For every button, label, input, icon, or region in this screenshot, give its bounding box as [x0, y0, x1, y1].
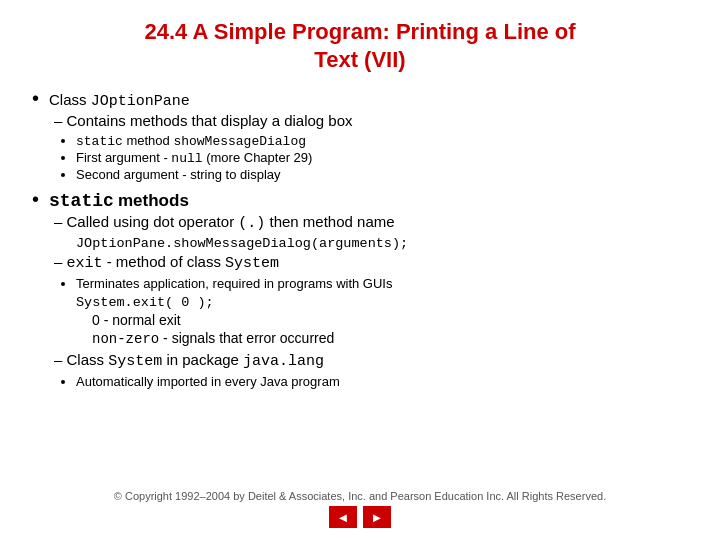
dash-system: – Class System in package java.lang: [54, 351, 688, 370]
auto-import-bullet: Automatically imported in every Java pro…: [76, 374, 688, 389]
contains-label: Contains methods that display a dialog b…: [67, 112, 353, 129]
joptionpane-call-code: JOptionPane.showMessageDialog(arguments)…: [76, 236, 688, 251]
slide-footer: © Copyright 1992–2004 by Deitel & Associ…: [32, 490, 688, 528]
static-code: static: [49, 191, 114, 211]
dash-exit: – exit - method of class System: [54, 253, 688, 272]
joptionpane-label: Class JOptionPane: [49, 91, 190, 110]
terminates-bullet: Terminates application, required in prog…: [76, 276, 688, 291]
bullet-static: • static methods: [32, 188, 688, 211]
slide-page: 24.4 A Simple Program: Printing a Line o…: [0, 0, 720, 540]
nonzero-label: non-zero - signals that error occurred: [92, 330, 688, 347]
system-label: Class System in package java.lang: [67, 351, 325, 368]
dot-operator-label: Called using dot operator (.) then metho…: [67, 213, 395, 230]
dash-symbol-2: –: [54, 213, 67, 230]
static-label: static methods: [49, 191, 189, 211]
title-line1: 24.4 A Simple Program: Printing a Line o…: [144, 19, 575, 44]
slide-title: 24.4 A Simple Program: Printing a Line o…: [32, 18, 688, 73]
joptionpane-subbullets: static method showMessageDialog First ar…: [76, 133, 688, 182]
bullet-dot-2: •: [32, 188, 39, 211]
exit-subbullets: Terminates application, required in prog…: [76, 276, 688, 291]
next-button[interactable]: ►: [363, 506, 391, 528]
subbullet-static-method: static method showMessageDialog: [76, 133, 688, 149]
section-static: • static methods – Called using dot oper…: [32, 188, 688, 389]
exit-label: exit - method of class System: [67, 253, 280, 270]
dash-contains: – Contains methods that display a dialog…: [54, 112, 688, 129]
title-line2: Text (VII): [314, 47, 405, 72]
prev-button[interactable]: ◄: [329, 506, 357, 528]
system-exit-code: System.exit( 0 );: [76, 295, 688, 310]
subbullet-second-arg: Second argument - string to display: [76, 167, 688, 182]
system-subbullets: Automatically imported in every Java pro…: [76, 374, 688, 389]
zero-label: 0 - normal exit: [92, 312, 688, 328]
section-joptionpane: • Class JOptionPane – Contains methods t…: [32, 87, 688, 182]
dash-dot-operator: – Called using dot operator (.) then met…: [54, 213, 688, 232]
dash-symbol-3: –: [54, 253, 67, 270]
slide-content: • Class JOptionPane – Contains methods t…: [32, 87, 688, 484]
joptionpane-code: JOptionPane: [91, 93, 190, 110]
subbullet-first-arg: First argument - null (more Chapter 29): [76, 150, 688, 166]
dash-symbol-1: –: [54, 112, 67, 129]
nav-buttons[interactable]: ◄ ►: [329, 506, 391, 528]
dash-symbol-4: –: [54, 351, 67, 368]
copyright-text: © Copyright 1992–2004 by Deitel & Associ…: [114, 490, 606, 502]
bullet-dot-1: •: [32, 87, 39, 110]
bullet-joptionpane: • Class JOptionPane: [32, 87, 688, 110]
